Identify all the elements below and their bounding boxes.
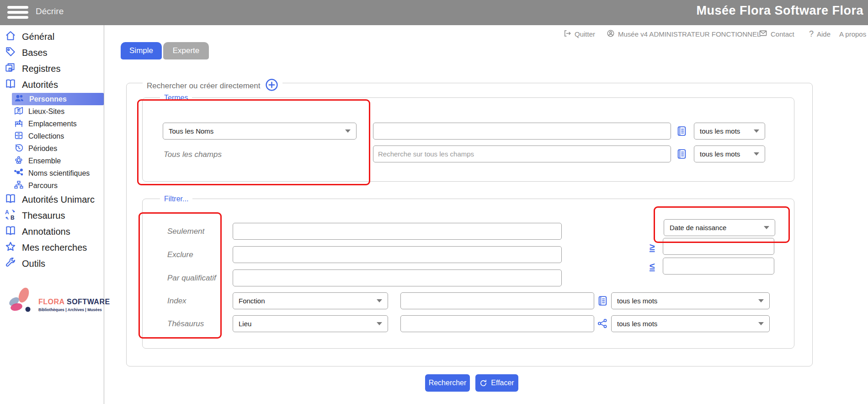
svg-text:A: A [5, 209, 9, 215]
hierarchy-share-icon[interactable] [597, 318, 608, 331]
sidebar-item-label: Autorités Unimarc [22, 194, 95, 205]
seulement-input[interactable] [233, 223, 562, 240]
sidebar-item-autorites[interactable]: Autorités [0, 77, 104, 93]
clear-button[interactable]: Effacer [475, 374, 518, 392]
history-icon [14, 143, 24, 155]
exclure-input[interactable] [233, 246, 562, 263]
apropos-link[interactable]: A propos [839, 29, 866, 39]
hamburger-menu-icon[interactable] [7, 6, 28, 20]
sidebar-item-label: Emplacements [28, 120, 77, 128]
sidebar-item-label: Thesaurus [22, 210, 65, 221]
translate-icon: AB [5, 209, 16, 223]
name-match-select[interactable]: tous les mots [694, 123, 765, 140]
sidebar-item-label: Bases [22, 48, 48, 58]
brand-flora: FLORA [38, 298, 64, 306]
sidebar-item-lieux-sites[interactable]: Lieux-Sites [0, 105, 104, 118]
all-fields-label: Tous les champs [164, 150, 222, 159]
shelf-icon [14, 118, 24, 130]
chevron-down-icon [754, 129, 759, 133]
filter-legend: Filtrer... [160, 195, 192, 203]
persons-icon [14, 93, 25, 106]
chevron-down-icon [764, 226, 769, 229]
sidebar-item-general[interactable]: Général [0, 29, 104, 45]
brand-tagline: Bibliothèques | Archives | Musées [38, 307, 102, 312]
filter-label-index: Index [167, 296, 186, 306]
flora-flower-icon [6, 285, 37, 318]
sidebar-item-outils[interactable]: Outils [0, 256, 104, 272]
sidebar-item-thesaurus[interactable]: AB Thesaurus [0, 208, 104, 224]
search-button[interactable]: Rechercher [425, 374, 470, 392]
contact-link[interactable]: Contact [759, 29, 794, 39]
top-bar: Décrire Musée Flora Software Flora [0, 0, 868, 25]
filter-label-thesaurus: Thésaurus [167, 319, 204, 329]
sidebar-item-ensemble[interactable]: Ensemble [0, 155, 104, 167]
sidebar-item-label: Registres [22, 64, 60, 74]
sidebar-item-mes-recherches[interactable]: Mes recherches [0, 240, 104, 256]
filter-label-par-qualificatif: Par qualificatif [167, 274, 216, 283]
date-gte-input[interactable] [663, 238, 774, 255]
quitter-link[interactable]: Quitter [563, 29, 595, 39]
tab-experte[interactable]: Experte [163, 42, 209, 59]
wrench-icon [5, 257, 16, 271]
chevron-down-icon [758, 322, 764, 325]
index-book-icon[interactable] [597, 295, 608, 308]
sidebar-item-collections[interactable]: Collections [0, 130, 104, 142]
all-fields-input[interactable] [373, 145, 671, 162]
chevron-down-icon [754, 152, 759, 156]
sidebar-item-label: Noms scientifiques [28, 169, 90, 178]
gte-symbol: ≥ [650, 242, 655, 253]
plus-circle-icon[interactable] [265, 78, 278, 94]
sidebar-item-autorites-unimarc[interactable]: Autorités Unimarc [0, 192, 104, 208]
sidebar-item-label: Périodes [28, 145, 57, 153]
par-qualificatif-input[interactable] [233, 269, 562, 286]
sidebar-item-label: Annotations [22, 226, 70, 237]
home-icon [5, 30, 16, 44]
star-icon [5, 241, 16, 255]
svg-text:B: B [11, 215, 15, 221]
user-account[interactable]: Musée v4 ADMINISTRATEUR FONCTIONNEL [607, 29, 761, 39]
all-fields-match-select[interactable]: tous les mots [694, 145, 765, 162]
book-icon [5, 78, 16, 92]
envelope-icon [759, 29, 767, 39]
tab-simple[interactable]: Simple [121, 42, 162, 59]
question-icon: ? [809, 29, 814, 39]
sidebar-item-label: Outils [22, 259, 45, 269]
sidebar-item-label: Personnes [29, 95, 67, 103]
termes-legend: Termes [160, 94, 192, 102]
thesaurus-match-select[interactable]: tous les mots [611, 315, 770, 332]
sidebar-item-personnes[interactable]: Personnes [12, 93, 104, 105]
sidebar-item-bases[interactable]: Bases [0, 45, 104, 61]
index-book-icon[interactable] [676, 125, 687, 139]
registers-icon [5, 62, 16, 76]
index-match-select[interactable]: tous les mots [611, 292, 770, 309]
sidebar-item-label: Parcours [28, 182, 58, 190]
drawers-icon [14, 130, 24, 142]
date-field-select[interactable]: Date de naissance [664, 219, 775, 236]
sidebar-item-label: Mes recherches [22, 242, 87, 253]
date-lte-input[interactable] [663, 258, 774, 275]
module-title: Décrire [36, 6, 64, 16]
thesaurus-field-select[interactable]: Lieu [233, 315, 388, 332]
thesaurus-value-input[interactable] [400, 315, 594, 332]
sidebar-item-annotations[interactable]: Annotations [0, 224, 104, 240]
name-field-select[interactable]: Tous les Noms [163, 123, 357, 140]
sidebar-item-label: Général [22, 32, 54, 42]
refresh-icon [479, 379, 487, 387]
orgchart-icon [14, 180, 24, 192]
sidebar-item-registres[interactable]: Registres [0, 61, 104, 77]
index-value-input[interactable] [400, 292, 594, 309]
lte-symbol: ≤ [650, 261, 655, 272]
sidebar-item-periodes[interactable]: Périodes [0, 142, 104, 155]
chevron-down-icon [377, 299, 382, 302]
app-title: Musée Flora Software Flora [696, 4, 863, 18]
sidebar-item-noms-scientifiques[interactable]: Noms scientifiques [0, 167, 104, 179]
sidebar-item-label: Autorités [22, 80, 58, 90]
sidebar-item-emplacements[interactable]: Emplacements [0, 118, 104, 130]
aide-link[interactable]: ? Aide [809, 29, 831, 39]
name-search-input[interactable] [373, 123, 671, 140]
book-icon [5, 225, 16, 239]
map-pin-icon [14, 106, 24, 118]
index-field-select[interactable]: Fonction [233, 292, 388, 309]
index-book-icon[interactable] [676, 148, 687, 162]
sidebar-item-parcours[interactable]: Parcours [0, 179, 104, 192]
